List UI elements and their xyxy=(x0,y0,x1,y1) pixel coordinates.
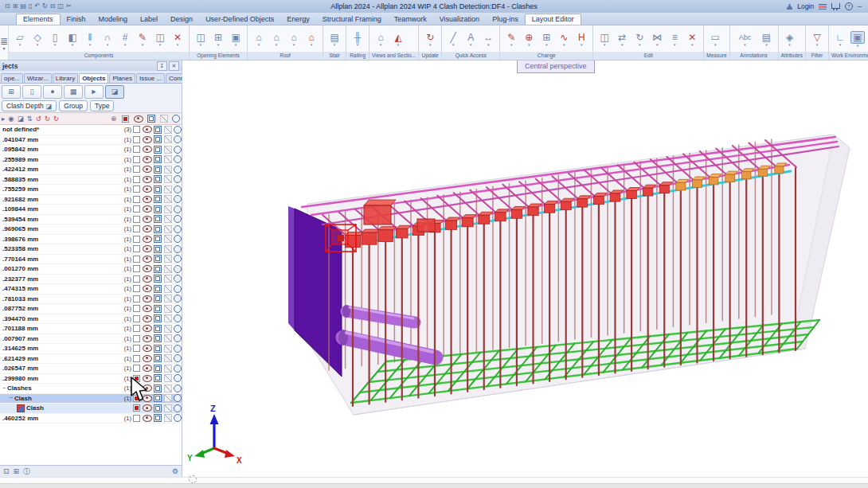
list-item[interactable]: .041047 mm(1) xyxy=(0,135,182,146)
ribbon-tab-design[interactable]: Design xyxy=(164,14,199,25)
list-item[interactable]: .969065 mm(1) xyxy=(0,224,182,235)
ribbon-tab-modeling[interactable]: Modeling xyxy=(92,14,135,25)
list-item[interactable]: .394470 mm(1) xyxy=(0,314,182,325)
row-visibility-icon[interactable] xyxy=(143,295,152,303)
list-item[interactable]: .460252 mm(1) xyxy=(0,414,182,424)
row-info-icon[interactable] xyxy=(174,195,182,203)
row-checkbox[interactable] xyxy=(133,395,140,402)
row-info-icon[interactable] xyxy=(174,155,182,163)
sort-button-clash-depth[interactable]: Clash Depth◪ xyxy=(2,100,57,111)
row-info-icon[interactable] xyxy=(174,345,182,353)
row-isolate-icon[interactable] xyxy=(164,314,172,322)
info-column-icon[interactable] xyxy=(172,115,180,123)
wall-layers-icon[interactable]: ‖▾ xyxy=(82,32,98,47)
row-visibility-icon[interactable] xyxy=(143,355,152,362)
quick-access-icon-1[interactable]: ⊞ xyxy=(13,2,18,10)
row-checkbox[interactable] xyxy=(133,126,140,133)
row-info-icon[interactable] xyxy=(174,285,182,293)
palette-tab-wizar[interactable]: Wizar... xyxy=(24,73,52,83)
row-model-icon[interactable] xyxy=(154,126,162,134)
row-model-icon[interactable] xyxy=(154,295,162,303)
ribbon-tab-plug-ins[interactable]: Plug-ins xyxy=(486,14,525,25)
roof-detail-icon[interactable]: ⌂▾ xyxy=(303,32,319,47)
row-isolate-icon[interactable] xyxy=(164,275,172,283)
row-visibility-icon[interactable] xyxy=(143,335,152,342)
row-isolate-icon[interactable] xyxy=(164,305,172,313)
slab-icon[interactable]: ◇▾ xyxy=(29,32,45,47)
row-checkbox[interactable] xyxy=(133,415,140,422)
row-isolate-icon[interactable] xyxy=(164,245,172,253)
list-item[interactable]: Clash xyxy=(0,404,182,414)
row-checkbox[interactable] xyxy=(133,245,140,252)
sort-button-type[interactable]: Type xyxy=(90,100,114,111)
view-label[interactable]: Central perspective xyxy=(517,61,595,73)
row-checkbox[interactable] xyxy=(133,355,140,362)
row-info-icon[interactable] xyxy=(174,225,182,233)
row-isolate-icon[interactable] xyxy=(164,166,172,174)
column-icon[interactable]: ▯▾ xyxy=(47,32,63,47)
row-isolate-icon[interactable] xyxy=(164,205,172,213)
model-stack-icon[interactable]: ⊞ xyxy=(2,85,21,99)
rotate-icon[interactable]: ↻▾ xyxy=(631,32,647,47)
quick-access-icon-2[interactable]: ▤ xyxy=(20,2,26,10)
row-visibility-icon[interactable] xyxy=(143,256,152,263)
row-checkbox[interactable] xyxy=(133,196,140,203)
row-visibility-icon[interactable] xyxy=(143,176,152,183)
row-isolate-icon[interactable] xyxy=(164,325,172,333)
list-item[interactable]: not defined*(3) xyxy=(0,125,182,135)
row-visibility-icon[interactable] xyxy=(143,345,152,352)
pointer-icon[interactable]: ► xyxy=(84,85,104,99)
row-isolate-icon[interactable] xyxy=(164,295,172,303)
door-icon[interactable]: ◫▾ xyxy=(193,32,209,47)
row-model-icon[interactable] xyxy=(154,146,162,154)
ribbon-tab-teamwork[interactable]: Teamwork xyxy=(388,14,433,25)
list-item[interactable]: .087752 mm(1) xyxy=(0,304,182,314)
row-visibility-icon[interactable] xyxy=(143,415,152,422)
row-isolate-icon[interactable] xyxy=(164,374,172,382)
delete-component-icon[interactable]: ✕▾ xyxy=(170,32,186,47)
row-checkbox[interactable] xyxy=(133,166,140,173)
row-isolate-icon[interactable] xyxy=(164,185,172,193)
row-checkbox[interactable] xyxy=(133,295,140,303)
task-board-icon[interactable]: ≣▾ xyxy=(0,25,9,60)
row-info-icon[interactable] xyxy=(174,215,182,223)
shop-cart-icon[interactable] xyxy=(831,3,840,9)
roof-frame-icon[interactable]: ⌂▾ xyxy=(268,32,284,47)
palette-tab-issue[interactable]: Issue ... xyxy=(136,73,165,83)
view-icon[interactable]: ⌂▾ xyxy=(373,32,389,47)
row-checkbox[interactable] xyxy=(133,375,140,382)
mirror-icon[interactable]: ⋈▾ xyxy=(649,32,665,47)
row-info-icon[interactable] xyxy=(174,334,182,342)
quick-access-icon-0[interactable]: ⊡ xyxy=(5,2,10,10)
list-item[interactable]: .422412 mm(1) xyxy=(0,165,182,175)
row-checkbox[interactable] xyxy=(133,265,140,272)
list-item[interactable]: .232377 mm(1) xyxy=(0,275,182,285)
list-item[interactable]: .921682 mm(1) xyxy=(0,195,182,205)
axis-icon[interactable]: ∟▾ xyxy=(832,32,848,47)
row-visibility-icon[interactable] xyxy=(143,245,152,252)
row-visibility-icon[interactable] xyxy=(143,365,152,372)
copy-icon[interactable]: ⊞▾ xyxy=(538,32,554,47)
row-model-icon[interactable] xyxy=(154,365,162,373)
list-item[interactable]: .588835 mm(1) xyxy=(0,175,182,185)
tag-icon[interactable]: ◪ xyxy=(105,85,124,99)
list-item[interactable]: .001270 mm(1) xyxy=(0,264,182,275)
row-checkbox[interactable] xyxy=(133,146,140,153)
align-icon[interactable]: ≡▾ xyxy=(667,32,682,47)
ribbon-tab-finish[interactable]: Finish xyxy=(61,14,92,25)
door-swing-icon[interactable]: ◫▾ xyxy=(152,32,168,47)
row-visibility-icon[interactable] xyxy=(143,225,152,232)
ribbon-tab-layout-editor[interactable]: Layout Editor xyxy=(525,14,581,25)
row-isolate-icon[interactable] xyxy=(164,265,172,273)
section-icon[interactable]: ◭▾ xyxy=(390,32,406,47)
minimize-icon[interactable]: – xyxy=(858,2,862,10)
row-checkbox[interactable] xyxy=(133,325,140,332)
wall-icon[interactable]: ▱▾ xyxy=(12,32,28,47)
row-isolate-icon[interactable] xyxy=(164,414,172,422)
show-all-icon[interactable]: ◉ xyxy=(8,115,14,123)
row-model-icon[interactable] xyxy=(154,285,162,293)
row-visibility-icon[interactable] xyxy=(143,136,152,143)
allplan-connect-icon[interactable] xyxy=(819,4,827,10)
row-checkbox[interactable] xyxy=(133,256,140,263)
reload-left-icon[interactable]: ↺ xyxy=(36,115,41,123)
